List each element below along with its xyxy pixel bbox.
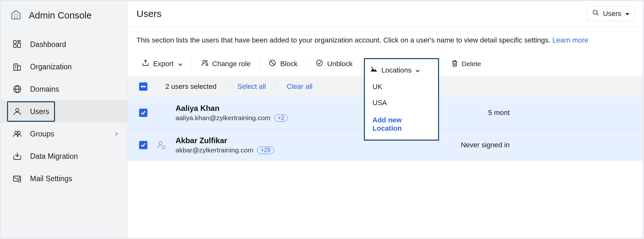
sidebar-item-label: Domains bbox=[30, 85, 59, 94]
sidebar-item-label: Data Migration bbox=[30, 152, 78, 161]
sidebar: Admin Console Dashboard Organization Dom… bbox=[1, 1, 128, 238]
description-text: This section lists the users that have b… bbox=[137, 36, 552, 44]
user-checkbox[interactable] bbox=[139, 109, 147, 117]
user-info: Aaliya Khan aaliya.khan@zylkertraining.c… bbox=[176, 104, 288, 122]
user-name: Akbar Zulfikar bbox=[176, 136, 274, 145]
location-option-usa[interactable]: USA bbox=[365, 95, 438, 111]
user-checkbox[interactable] bbox=[139, 141, 147, 149]
search-scope-dropdown[interactable]: Users bbox=[587, 6, 634, 21]
change-role-label: Change role bbox=[212, 60, 251, 68]
sidebar-item-organization[interactable]: Organization bbox=[1, 56, 127, 78]
sidebar-header: Admin Console bbox=[1, 1, 127, 31]
user-info: Akbar Zulfikar akbar@zylkertraining.com … bbox=[176, 136, 274, 154]
location-option-uk[interactable]: UK bbox=[365, 79, 438, 95]
block-icon bbox=[269, 59, 276, 69]
delete-button[interactable]: Delete bbox=[451, 59, 481, 69]
export-label: Export bbox=[153, 60, 174, 68]
sidebar-item-data-migration[interactable]: Data Migration bbox=[1, 145, 127, 167]
organization-icon bbox=[12, 62, 23, 72]
main-header: Users Users bbox=[128, 1, 643, 27]
learn-more-link[interactable]: Learn more bbox=[552, 36, 588, 44]
clear-all-link[interactable]: Clear all bbox=[287, 82, 312, 91]
svg-point-18 bbox=[593, 10, 597, 14]
locations-icon bbox=[370, 66, 378, 74]
user-email-row: akbar@zylkertraining.com +29 bbox=[176, 146, 274, 154]
sidebar-item-label: Mail Settings bbox=[30, 174, 72, 183]
user-admin-icon bbox=[156, 140, 167, 150]
block-button[interactable]: Block bbox=[265, 57, 301, 71]
dashboard-icon bbox=[12, 40, 23, 49]
export-button[interactable]: Export bbox=[138, 57, 186, 71]
svg-rect-2 bbox=[18, 41, 20, 42]
select-all-link[interactable]: Select all bbox=[237, 82, 266, 91]
mail-settings-icon bbox=[12, 174, 23, 183]
unblock-button[interactable]: Unblock bbox=[312, 57, 356, 71]
svg-point-21 bbox=[206, 64, 208, 66]
sidebar-item-users[interactable]: Users bbox=[1, 100, 127, 123]
selection-divider bbox=[276, 82, 276, 91]
data-migration-icon bbox=[12, 151, 23, 161]
sidebar-nav: Dashboard Organization Domains bbox=[1, 31, 127, 190]
alias-count-badge[interactable]: +29 bbox=[257, 147, 274, 154]
section-description: This section lists the users that have b… bbox=[128, 27, 643, 48]
add-new-location-button[interactable]: Add new Location bbox=[365, 111, 438, 134]
locations-dropdown-menu: Locations UK USA Add new Location bbox=[364, 58, 439, 141]
chevron-down-icon bbox=[178, 60, 183, 68]
svg-point-13 bbox=[16, 108, 19, 112]
user-last-signin: Never signed in bbox=[461, 141, 510, 149]
sidebar-item-domains[interactable]: Domains bbox=[1, 78, 127, 100]
sidebar-item-dashboard[interactable]: Dashboard bbox=[1, 33, 127, 56]
unblock-icon bbox=[316, 59, 323, 69]
unblock-label: Unblock bbox=[327, 60, 352, 68]
app-frame: Admin Console Dashboard Organization Dom… bbox=[0, 0, 644, 239]
globe-icon bbox=[12, 84, 23, 94]
svg-rect-4 bbox=[13, 45, 16, 48]
toolbar-divider bbox=[259, 59, 260, 69]
search-icon bbox=[592, 9, 599, 18]
svg-point-15 bbox=[18, 131, 20, 134]
change-role-icon bbox=[201, 59, 208, 69]
sidebar-item-mail-settings[interactable]: Mail Settings bbox=[1, 167, 127, 190]
toolbar-divider bbox=[362, 59, 362, 69]
block-label: Block bbox=[280, 60, 297, 68]
user-email: akbar@zylkertraining.com bbox=[176, 146, 253, 154]
svg-point-14 bbox=[15, 131, 17, 134]
svg-rect-5 bbox=[14, 64, 18, 70]
toolbar-divider bbox=[192, 59, 192, 69]
sidebar-item-label: Groups bbox=[30, 130, 54, 138]
users-toolbar: Export Change role Block Unblock bbox=[128, 48, 643, 76]
header-right: Users bbox=[587, 6, 634, 21]
admin-console-logo-icon bbox=[10, 9, 22, 22]
svg-point-25 bbox=[371, 67, 373, 68]
toolbar-divider bbox=[306, 59, 307, 69]
chevron-down-icon bbox=[415, 66, 420, 74]
svg-rect-28 bbox=[141, 86, 146, 87]
svg-rect-1 bbox=[13, 41, 16, 43]
svg-point-31 bbox=[162, 146, 165, 149]
caret-down-icon bbox=[625, 10, 630, 18]
alias-count-badge[interactable]: +2 bbox=[274, 114, 288, 122]
locations-label: Locations bbox=[381, 66, 412, 74]
user-name: Aaliya Khan bbox=[176, 104, 288, 113]
svg-point-24 bbox=[317, 60, 322, 66]
page-title: Users bbox=[137, 8, 161, 19]
selection-count: 2 users selected bbox=[165, 82, 216, 91]
svg-rect-3 bbox=[18, 43, 20, 48]
change-role-button[interactable]: Change role bbox=[198, 57, 254, 71]
locations-button[interactable]: Locations bbox=[365, 66, 438, 79]
user-icon bbox=[12, 107, 23, 116]
svg-point-0 bbox=[14, 14, 18, 18]
user-last-signin: 5 mont bbox=[488, 109, 510, 117]
svg-point-17 bbox=[18, 180, 21, 182]
user-email: aaliya.khan@zylkertraining.com bbox=[176, 114, 271, 122]
main-panel: Users Users This section lists the users… bbox=[128, 1, 643, 238]
user-email-row: aaliya.khan@zylkertraining.com +2 bbox=[176, 114, 288, 122]
trash-icon bbox=[451, 59, 459, 69]
svg-point-30 bbox=[159, 142, 162, 145]
chevron-right-icon bbox=[114, 130, 119, 138]
select-all-checkbox[interactable] bbox=[139, 82, 147, 91]
sidebar-item-groups[interactable]: Groups bbox=[1, 123, 127, 145]
svg-line-19 bbox=[596, 14, 598, 16]
sidebar-item-label: Users bbox=[30, 107, 49, 116]
groups-icon bbox=[12, 129, 23, 139]
